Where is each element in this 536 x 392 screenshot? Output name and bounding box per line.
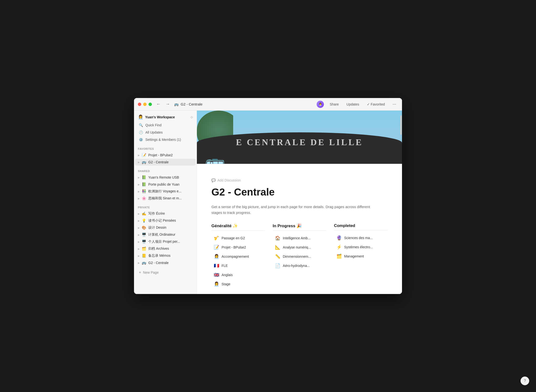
fullscreen-button[interactable]: [149, 103, 152, 106]
sidebar-item-yuan-remote-usb[interactable]: ▶ 📗 Yuan's Remote USB: [135, 174, 196, 181]
new-page-label: New Page: [143, 271, 159, 274]
item-label: Accompagnement: [222, 255, 262, 258]
sidebar-item-settings[interactable]: ⚙️ Settings & Members (1): [135, 136, 196, 143]
page-body: 💬 Add Discussion G2 - Centrale Get a sen…: [197, 164, 402, 294]
share-button[interactable]: Share: [328, 101, 341, 107]
sidebar-item-voyages[interactable]: ▶ 👫 欧洲旅行 Voyages e...: [135, 188, 196, 195]
main-content: E CENTRALE DE LILLE 🚌 💬 Add Discussion G…: [197, 111, 402, 294]
page-hero-emoji: 🚌: [204, 152, 225, 164]
sidebar-item-ordinateur[interactable]: ▶ 🖥️ 计算机 Ordinateur: [135, 231, 196, 238]
avatar: 👩‍💼: [317, 101, 324, 108]
sidebar-item-g2-centrale[interactable]: ▶ 🚌 G2 - Centrale: [135, 159, 196, 166]
kanban-item-passage-g2[interactable]: 🎷 Passage en G2: [211, 234, 265, 243]
chevron-icon: ▶: [138, 190, 140, 193]
app-window: ← → 🚌 G2 - Centrale 👩‍💼 Share Updates ✓ …: [134, 98, 402, 294]
page-icon: ✍️: [142, 211, 146, 216]
page-label: 备忘录 Mémos: [148, 254, 193, 258]
more-button[interactable]: ···: [391, 101, 398, 108]
kanban-column-generalite: Généralité ✨ 🎷 Passage en G2 📝 Projet - …: [211, 223, 265, 289]
private-section-header: PRIVATE: [134, 202, 197, 210]
sidebar-item-projet-per[interactable]: ▶ 🖥️ 个人项目 Projet per...: [135, 238, 196, 245]
kanban-item-aero-hydro[interactable]: 📄 Aéro-hydrodyna...: [273, 261, 326, 270]
kanban-item-systemes-electro[interactable]: ⚡ Systèmes électro...: [334, 242, 387, 252]
page-label: 欧洲旅行 Voyages e...: [148, 189, 193, 194]
dark-arc-decoration: E CENTRALE DE LILLE: [197, 132, 402, 164]
kanban-item-anglais[interactable]: 🇬🇧 Anglais: [211, 270, 265, 279]
favorited-button[interactable]: ✓ Favorited: [365, 101, 387, 107]
add-discussion-button[interactable]: 💬 Add Discussion: [211, 178, 387, 182]
nav-buttons: ← →: [155, 101, 171, 107]
sidebar-item-quickfind[interactable]: 🔍 Quick Find: [135, 122, 196, 128]
avatar-emoji: 👩‍💼: [319, 103, 322, 106]
page-label: 计算机 Ordinateur: [148, 233, 193, 237]
kanban-item-dimmensionnem[interactable]: 📏 Dimmensionnem...: [273, 252, 326, 261]
kanban-item-sciences-ma[interactable]: 🔮 Sciences des ma...: [334, 233, 387, 242]
kanban-item-accompagnement[interactable]: 👩‍💼 Accompagnement: [211, 252, 265, 261]
scrollbar-thumb[interactable]: [400, 115, 402, 135]
sidebar-item-ecrire[interactable]: ▶ ✍️ 写作 Écrire: [135, 210, 196, 217]
item-emoji: 👩‍💼: [214, 254, 219, 259]
item-label: Systèmes électro...: [344, 245, 385, 249]
item-emoji: 🏠: [275, 235, 280, 241]
page-label: 设计 Dessin: [148, 226, 193, 230]
page-icon: 🌸: [142, 196, 146, 201]
page-emoji-icon: 🚌: [174, 102, 179, 106]
item-label: Analyse numériq...: [283, 245, 324, 249]
back-button[interactable]: ←: [155, 101, 162, 107]
sidebar-item-g2-private[interactable]: ▶ 🚌 G2 - Centrale: [135, 259, 196, 266]
kanban-item-stage[interactable]: 👩‍💼 Stage: [211, 279, 265, 289]
page-icon: 📗: [142, 175, 146, 180]
kanban-item-projet-bpulse2[interactable]: 📝 Projet - BPulse2: [211, 243, 265, 252]
page-title-bar: 🚌 G2 - Centrale: [174, 102, 202, 106]
item-label: Passage en G2: [222, 236, 262, 240]
workspace-chevron-icon: ◇: [191, 115, 193, 119]
kanban-board: Généralité ✨ 🎷 Passage en G2 📝 Projet - …: [211, 223, 387, 289]
sidebar-item-archives[interactable]: ▶ 🗂️ 归档 Archives: [135, 245, 196, 252]
item-emoji: 📏: [275, 254, 280, 259]
chevron-icon: ▶: [138, 248, 140, 250]
item-emoji: 📄: [275, 263, 280, 268]
close-button[interactable]: [138, 103, 141, 106]
help-button[interactable]: ?: [521, 377, 529, 385]
page-label: 思楠和我 Sinan et m...: [148, 196, 193, 201]
workspace-selector[interactable]: 👩‍💼 Yuan's Workspace ◇: [135, 111, 196, 122]
new-page-button[interactable]: + New Page: [135, 268, 196, 277]
page-icon: 📝: [142, 153, 146, 157]
page-label: 归档 Archives: [148, 247, 193, 251]
page-label: Porte public de Yuan: [148, 182, 193, 186]
page-icon: 🎨: [142, 226, 146, 230]
kanban-item-management[interactable]: 🗂️ Management: [334, 252, 387, 261]
page-icon: 💡: [142, 219, 146, 223]
settings-label: Settings & Members (1): [145, 138, 181, 142]
kanban-item-fle[interactable]: 🇫🇷 FLE: [211, 261, 265, 270]
item-label: Stage: [222, 282, 262, 286]
chevron-icon: ▶: [138, 241, 140, 243]
chevron-icon: ▶: [138, 212, 140, 215]
sidebar-item-pensees[interactable]: ▶ 💡 读书小记 Pensées: [135, 217, 196, 224]
shared-section-header: SHARED: [134, 166, 197, 174]
sidebar-item-porte-public[interactable]: ▶ 📗 Porte public de Yuan: [135, 181, 196, 188]
sidebar-item-memos[interactable]: ▶ 📒 备忘录 Mémos: [135, 252, 196, 259]
item-label: Management: [344, 254, 385, 258]
minimize-button[interactable]: [143, 103, 147, 106]
sidebar-item-projet-bpulse2[interactable]: ▶ 📝 Projet - BPulse2: [135, 152, 196, 158]
sidebar: 👩‍💼 Yuan's Workspace ◇ 🔍 Quick Find 🕐 Al…: [134, 111, 197, 294]
page-description: Get a sense of the big picture, and jump…: [211, 204, 381, 216]
chevron-icon: ▶: [138, 262, 140, 264]
kanban-item-analyse-num[interactable]: 📐 Analyse numériq...: [273, 243, 326, 252]
sidebar-item-allupdates[interactable]: 🕐 All Updates: [135, 129, 196, 136]
hero-image: E CENTRALE DE LILLE 🚌: [197, 111, 402, 164]
forward-button[interactable]: →: [164, 101, 171, 107]
page-label: Projet - BPulse2: [148, 153, 193, 157]
sidebar-item-sinan[interactable]: ▶ 🌸 思楠和我 Sinan et m...: [135, 195, 196, 202]
updates-button[interactable]: Updates: [345, 101, 361, 107]
chevron-icon: ▶: [138, 219, 140, 222]
scrollbar-track[interactable]: [400, 111, 402, 294]
kanban-item-intelligence-amb[interactable]: 🏠 Intelligence Amb...: [273, 234, 326, 243]
kanban-column-completed: Completed 🔮 Sciences des ma... ⚡ Système…: [334, 223, 387, 289]
page-label: 读书小记 Pensées: [148, 219, 193, 223]
chevron-icon: ▶: [138, 161, 140, 164]
sidebar-item-dessin[interactable]: ▶ 🎨 设计 Dessin: [135, 224, 196, 231]
page-icon: 🚌: [142, 160, 146, 164]
page-icon: 🖥️: [142, 233, 146, 237]
